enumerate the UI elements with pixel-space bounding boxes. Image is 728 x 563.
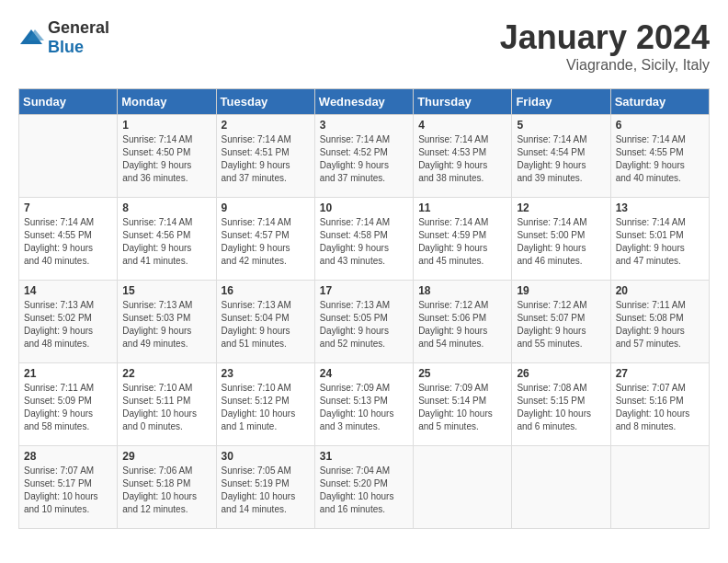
day-number: 17 xyxy=(320,284,408,297)
week-row-3: 14Sunrise: 7:13 AM Sunset: 5:02 PM Dayli… xyxy=(19,281,710,363)
day-content: Sunrise: 7:12 AM Sunset: 5:07 PM Dayligh… xyxy=(517,299,605,350)
day-content: Sunrise: 7:14 AM Sunset: 4:56 PM Dayligh… xyxy=(122,216,210,268)
day-number: 27 xyxy=(616,367,704,380)
calendar-cell: 19Sunrise: 7:12 AM Sunset: 5:07 PM Dayli… xyxy=(512,281,610,363)
calendar-cell: 20Sunrise: 7:11 AM Sunset: 5:08 PM Dayli… xyxy=(610,281,709,363)
calendar-cell: 5Sunrise: 7:14 AM Sunset: 4:54 PM Daylig… xyxy=(512,115,610,198)
day-content: Sunrise: 7:14 AM Sunset: 4:50 PM Dayligh… xyxy=(122,133,210,185)
calendar-cell: 23Sunrise: 7:10 AM Sunset: 5:12 PM Dayli… xyxy=(216,363,314,446)
day-content: Sunrise: 7:13 AM Sunset: 5:05 PM Dayligh… xyxy=(320,299,408,350)
day-content: Sunrise: 7:14 AM Sunset: 4:54 PM Dayligh… xyxy=(517,133,605,185)
calendar-cell: 6Sunrise: 7:14 AM Sunset: 4:55 PM Daylig… xyxy=(610,115,709,198)
day-number: 25 xyxy=(418,367,506,380)
logo: General Blue xyxy=(18,18,109,57)
day-content: Sunrise: 7:06 AM Sunset: 5:18 PM Dayligh… xyxy=(122,465,210,516)
calendar-cell xyxy=(610,446,709,529)
day-content: Sunrise: 7:14 AM Sunset: 4:57 PM Dayligh… xyxy=(222,216,310,268)
calendar-cell xyxy=(19,115,118,198)
day-number: 29 xyxy=(122,450,210,463)
calendar-cell: 30Sunrise: 7:05 AM Sunset: 5:19 PM Dayli… xyxy=(216,446,314,529)
week-row-5: 28Sunrise: 7:07 AM Sunset: 5:17 PM Dayli… xyxy=(19,446,710,529)
calendar-cell: 8Sunrise: 7:14 AM Sunset: 4:56 PM Daylig… xyxy=(118,198,216,281)
calendar-header: SundayMondayTuesdayWednesdayThursdayFrid… xyxy=(19,89,710,115)
day-number: 28 xyxy=(24,450,112,463)
day-number: 7 xyxy=(24,201,112,214)
calendar-cell: 18Sunrise: 7:12 AM Sunset: 5:06 PM Dayli… xyxy=(414,281,512,363)
calendar-cell: 11Sunrise: 7:14 AM Sunset: 4:59 PM Dayli… xyxy=(414,198,512,281)
day-number: 18 xyxy=(418,284,506,297)
calendar-cell: 14Sunrise: 7:13 AM Sunset: 5:02 PM Dayli… xyxy=(19,281,118,363)
day-number: 24 xyxy=(320,367,408,380)
logo-blue: Blue xyxy=(48,38,84,56)
day-content: Sunrise: 7:14 AM Sunset: 4:52 PM Dayligh… xyxy=(320,133,408,185)
header-saturday: Saturday xyxy=(610,89,709,115)
calendar-cell: 2Sunrise: 7:14 AM Sunset: 4:51 PM Daylig… xyxy=(216,115,314,198)
logo-general: General xyxy=(48,18,109,37)
day-content: Sunrise: 7:07 AM Sunset: 5:17 PM Dayligh… xyxy=(24,465,112,516)
day-content: Sunrise: 7:14 AM Sunset: 4:55 PM Dayligh… xyxy=(24,216,112,268)
calendar-cell: 17Sunrise: 7:13 AM Sunset: 5:05 PM Dayli… xyxy=(314,281,413,363)
day-content: Sunrise: 7:09 AM Sunset: 5:14 PM Dayligh… xyxy=(418,382,506,433)
header-thursday: Thursday xyxy=(414,89,512,115)
day-content: Sunrise: 7:04 AM Sunset: 5:20 PM Dayligh… xyxy=(320,465,408,516)
day-number: 5 xyxy=(517,119,605,132)
calendar-cell: 16Sunrise: 7:13 AM Sunset: 5:04 PM Dayli… xyxy=(216,281,314,363)
day-number: 11 xyxy=(418,201,506,214)
calendar-body: 1Sunrise: 7:14 AM Sunset: 4:50 PM Daylig… xyxy=(19,115,710,529)
calendar-cell: 27Sunrise: 7:07 AM Sunset: 5:16 PM Dayli… xyxy=(610,363,709,446)
day-content: Sunrise: 7:14 AM Sunset: 5:01 PM Dayligh… xyxy=(616,216,704,268)
calendar-cell: 13Sunrise: 7:14 AM Sunset: 5:01 PM Dayli… xyxy=(610,198,709,281)
day-content: Sunrise: 7:11 AM Sunset: 5:09 PM Dayligh… xyxy=(24,382,112,433)
day-number: 9 xyxy=(222,201,310,214)
day-number: 1 xyxy=(122,119,210,132)
day-number: 14 xyxy=(24,284,112,297)
calendar-cell: 1Sunrise: 7:14 AM Sunset: 4:50 PM Daylig… xyxy=(118,115,216,198)
month-title: January 2024 xyxy=(500,18,710,57)
calendar-cell: 26Sunrise: 7:08 AM Sunset: 5:15 PM Dayli… xyxy=(512,363,610,446)
day-content: Sunrise: 7:14 AM Sunset: 4:51 PM Dayligh… xyxy=(222,133,310,185)
calendar-cell: 3Sunrise: 7:14 AM Sunset: 4:52 PM Daylig… xyxy=(314,115,413,198)
day-number: 13 xyxy=(616,201,704,214)
day-number: 21 xyxy=(24,367,112,380)
day-number: 30 xyxy=(222,450,310,463)
calendar-table: SundayMondayTuesdayWednesdayThursdayFrid… xyxy=(18,88,710,529)
day-content: Sunrise: 7:14 AM Sunset: 4:53 PM Dayligh… xyxy=(418,133,506,185)
calendar-cell: 15Sunrise: 7:13 AM Sunset: 5:03 PM Dayli… xyxy=(118,281,216,363)
header-row: SundayMondayTuesdayWednesdayThursdayFrid… xyxy=(19,89,710,115)
day-content: Sunrise: 7:10 AM Sunset: 5:12 PM Dayligh… xyxy=(222,382,310,433)
header-monday: Monday xyxy=(118,89,216,115)
header-tuesday: Tuesday xyxy=(216,89,314,115)
day-content: Sunrise: 7:14 AM Sunset: 5:00 PM Dayligh… xyxy=(517,216,605,268)
day-number: 20 xyxy=(616,284,704,297)
day-number: 26 xyxy=(517,367,605,380)
day-number: 31 xyxy=(320,450,408,463)
calendar-cell xyxy=(512,446,610,529)
day-content: Sunrise: 7:08 AM Sunset: 5:15 PM Dayligh… xyxy=(517,382,605,433)
location-title: Viagrande, Sicily, Italy xyxy=(500,57,710,74)
calendar-cell: 12Sunrise: 7:14 AM Sunset: 5:00 PM Dayli… xyxy=(512,198,610,281)
calendar-cell: 4Sunrise: 7:14 AM Sunset: 4:53 PM Daylig… xyxy=(414,115,512,198)
calendar-cell: 22Sunrise: 7:10 AM Sunset: 5:11 PM Dayli… xyxy=(118,363,216,446)
logo-icon xyxy=(18,28,44,48)
day-content: Sunrise: 7:13 AM Sunset: 5:02 PM Dayligh… xyxy=(24,299,112,350)
calendar-cell: 9Sunrise: 7:14 AM Sunset: 4:57 PM Daylig… xyxy=(216,198,314,281)
week-row-2: 7Sunrise: 7:14 AM Sunset: 4:55 PM Daylig… xyxy=(19,198,710,281)
title-block: January 2024 Viagrande, Sicily, Italy xyxy=(500,18,710,74)
header-wednesday: Wednesday xyxy=(314,89,413,115)
day-number: 2 xyxy=(222,119,310,132)
day-number: 10 xyxy=(320,201,408,214)
day-content: Sunrise: 7:12 AM Sunset: 5:06 PM Dayligh… xyxy=(418,299,506,350)
day-number: 3 xyxy=(320,119,408,132)
day-content: Sunrise: 7:05 AM Sunset: 5:19 PM Dayligh… xyxy=(222,465,310,516)
day-number: 23 xyxy=(222,367,310,380)
day-content: Sunrise: 7:11 AM Sunset: 5:08 PM Dayligh… xyxy=(616,299,704,350)
day-number: 16 xyxy=(222,284,310,297)
calendar-cell: 10Sunrise: 7:14 AM Sunset: 4:58 PM Dayli… xyxy=(314,198,413,281)
day-number: 19 xyxy=(517,284,605,297)
day-number: 6 xyxy=(616,119,704,132)
week-row-4: 21Sunrise: 7:11 AM Sunset: 5:09 PM Dayli… xyxy=(19,363,710,446)
logo-text: General Blue xyxy=(48,18,109,57)
page-header: General Blue January 2024 Viagrande, Sic… xyxy=(18,18,710,74)
calendar-cell: 24Sunrise: 7:09 AM Sunset: 5:13 PM Dayli… xyxy=(314,363,413,446)
day-number: 4 xyxy=(418,119,506,132)
